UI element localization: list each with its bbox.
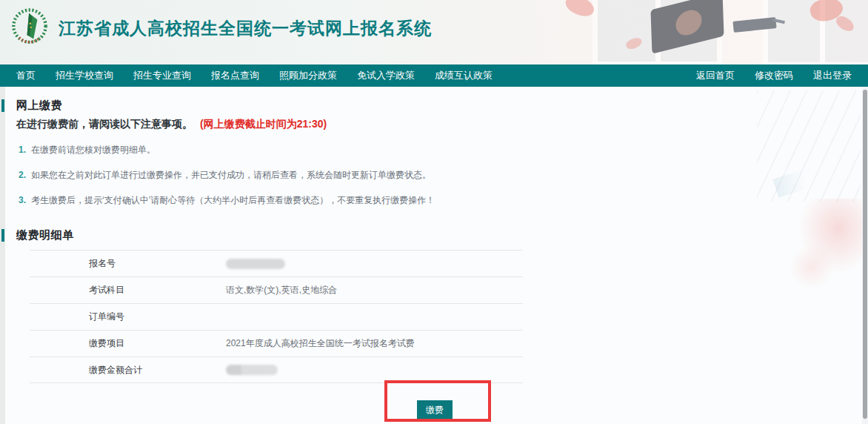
nav-item-bonus-policy[interactable]: 照顾加分政策 bbox=[279, 69, 337, 82]
table-row: 订单编号 bbox=[30, 303, 523, 330]
notice-item: 3.考生缴费后，提示‘支付确认中’请耐心等待（大约半小时后再查看缴费状态），不要… bbox=[19, 194, 435, 207]
notice-item-number: 3. bbox=[19, 195, 26, 205]
row-label: 报名号 bbox=[30, 257, 226, 270]
header: 江苏省成人高校招生全国统一考试网上报名系统 bbox=[0, 0, 868, 64]
notice-item-text: 考生缴费后，提示‘支付确认中’请耐心等待（大约半小时后再查看缴费状态），不要重复… bbox=[31, 195, 435, 205]
row-label: 订单编号 bbox=[30, 311, 226, 323]
graduation-cap-icon bbox=[650, 0, 724, 54]
section-title-payment-detail: 缴费明细单 bbox=[16, 228, 74, 242]
navbar: 首页 招生学校查询 招生专业查询 报名点查询 照顾加分政策 免试入学政策 成绩互… bbox=[0, 64, 868, 87]
notice-item-number: 1. bbox=[19, 145, 26, 155]
notice-list: 1.在缴费前请您核对缴费明细单。 2.如果您在之前对此订单进行过缴费操作，并已支… bbox=[19, 144, 435, 219]
notice-intro: 在进行缴费前，请阅读以下注意事项。(网上缴费截止时间为21:30) bbox=[16, 118, 327, 131]
notice-item: 1.在缴费前请您核对缴费明细单。 bbox=[19, 144, 435, 156]
table-row: 缴费金额合计 bbox=[30, 357, 523, 383]
section-accent-bar bbox=[1, 229, 4, 242]
ribbon-decoration bbox=[834, 14, 857, 34]
brand: 江苏省成人高校招生全国统一考试网上报名系统 bbox=[10, 7, 432, 50]
notice-intro-text: 在进行缴费前，请阅读以下注意事项。 bbox=[16, 118, 193, 130]
ribbon-decoration bbox=[563, 0, 597, 19]
nav-item-major-query[interactable]: 招生专业查询 bbox=[133, 69, 191, 82]
notice-item: 2.如果您在之前对此订单进行过缴费操作，并已支付成功，请稍后查看，系统会随时更新… bbox=[19, 169, 435, 182]
row-value: 语文,数学(文),英语,史地综合 bbox=[226, 284, 337, 297]
notice-item-text: 如果您在之前对此订单进行过缴费操作，并已支付成功，请稍后查看，系统会随时更新订单… bbox=[31, 170, 431, 180]
nav-item-logout[interactable]: 退出登录 bbox=[813, 69, 852, 82]
nav-item-school-query[interactable]: 招生学校查询 bbox=[56, 69, 113, 82]
annotation-highlight-rect bbox=[384, 380, 491, 422]
window-frame bbox=[592, 0, 722, 64]
window-frame bbox=[763, 0, 868, 64]
section-title-online-payment: 网上缴费 bbox=[16, 99, 62, 113]
logo-emblem-icon bbox=[10, 7, 49, 50]
scrollbar-thumb[interactable] bbox=[863, 90, 867, 419]
row-label: 缴费项目 bbox=[30, 337, 226, 350]
payment-deadline-text: (网上缴费截止时间为21:30) bbox=[200, 118, 327, 130]
ribbon-decoration bbox=[808, 0, 845, 24]
background-photo-fade bbox=[789, 245, 834, 289]
nav-item-score-policy[interactable]: 成绩互认政策 bbox=[435, 69, 493, 82]
row-label: 缴费金额合计 bbox=[30, 364, 226, 377]
nav-left-group: 首页 招生学校查询 招生专业查询 报名点查询 照顾加分政策 免试入学政策 成绩互… bbox=[16, 69, 493, 82]
site-title: 江苏省成人高校招生全国统一考试网上报名系统 bbox=[59, 17, 432, 40]
section-accent-bar bbox=[1, 99, 4, 112]
notice-item-text: 在缴费前请您核对缴费明细单。 bbox=[31, 145, 156, 155]
ribbon-decoration bbox=[624, 36, 643, 51]
redacted-value bbox=[226, 259, 285, 269]
nav-item-exempt-policy[interactable]: 免试入学政策 bbox=[357, 69, 415, 82]
table-row: 报名号 bbox=[30, 250, 523, 276]
redacted-value bbox=[226, 365, 278, 375]
scrollbar bbox=[862, 87, 868, 424]
payment-detail-table: 报名号 考试科目 语文,数学(文),英语,史地综合 订单编号 缴费项目 2021… bbox=[30, 250, 523, 383]
nav-item-back-home[interactable]: 返回首页 bbox=[696, 69, 735, 82]
row-value: 2021年度成人高校招生全国统一考试报名考试费 bbox=[226, 337, 415, 350]
graduation-cap-icon bbox=[732, 17, 776, 33]
table-row: 缴费项目 2021年度成人高校招生全国统一考试报名考试费 bbox=[30, 330, 523, 357]
table-row: 考试科目 语文,数学(文),英语,史地综合 bbox=[30, 276, 523, 303]
nav-item-change-password[interactable]: 修改密码 bbox=[755, 69, 793, 82]
notice-item-number: 2. bbox=[19, 170, 26, 180]
page: 江苏省成人高校招生全国统一考试网上报名系统 首页 招生学校查询 招生专业查询 报… bbox=[0, 0, 868, 424]
row-label: 考试科目 bbox=[30, 284, 226, 297]
nav-right-group: 返回首页 修改密码 退出登录 bbox=[696, 69, 852, 82]
nav-item-home[interactable]: 首页 bbox=[16, 69, 36, 82]
left-edge-strip bbox=[0, 87, 5, 424]
nav-item-site-query[interactable]: 报名点查询 bbox=[211, 69, 259, 82]
